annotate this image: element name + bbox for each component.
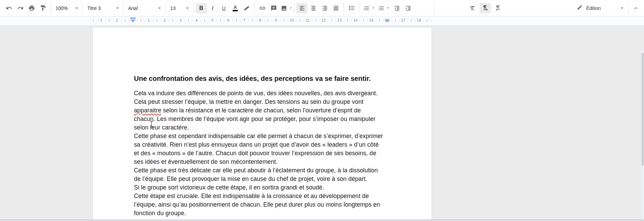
font-select[interactable]: Arial bbox=[126, 3, 163, 13]
align-left-icon bbox=[299, 5, 305, 11]
left-indent-marker[interactable] bbox=[130, 20, 136, 23]
ruler-tick bbox=[304, 21, 305, 21]
align-justify-button[interactable] bbox=[330, 3, 342, 13]
ruler-tick bbox=[312, 21, 312, 21]
highlight-color-button[interactable] bbox=[241, 3, 252, 13]
ruler-tick bbox=[145, 21, 146, 21]
ruler-tick bbox=[332, 19, 332, 22]
clear-formatting-button[interactable] bbox=[467, 3, 478, 13]
ruler-tick bbox=[351, 21, 352, 21]
text-direction-ltr-icon bbox=[482, 5, 488, 11]
text-line: apparaitre selon la résistance et le car… bbox=[134, 107, 361, 114]
ruler-tick bbox=[399, 21, 400, 21]
bulleted-list-icon bbox=[378, 5, 384, 11]
ruler-number: 3 bbox=[179, 18, 182, 22]
ruler-tick bbox=[431, 21, 432, 21]
ruler-number: 5 bbox=[211, 18, 213, 22]
line-spacing-button[interactable] bbox=[346, 3, 357, 13]
mode-chevron-icon bbox=[621, 8, 623, 9]
google-docs-window: { "toolbar": { "zoom_value": "100%", "st… bbox=[0, 0, 644, 221]
ruler-tick bbox=[177, 21, 177, 21]
font-value: Arial bbox=[128, 5, 138, 11]
undo-button[interactable] bbox=[3, 3, 15, 13]
ruler-tick bbox=[248, 21, 249, 21]
style-select[interactable]: Titre 3 bbox=[85, 3, 121, 13]
font-size-select[interactable]: 13 bbox=[168, 3, 191, 13]
bulleted-list-button[interactable] bbox=[376, 3, 386, 13]
text-color-button[interactable]: A bbox=[230, 3, 241, 13]
ruler-tick bbox=[208, 21, 209, 21]
align-left-button[interactable] bbox=[296, 3, 308, 13]
text-cursor-ibeam-icon bbox=[149, 121, 154, 129]
decrease-indent-button[interactable] bbox=[391, 3, 402, 13]
toolbar-separator bbox=[294, 2, 294, 14]
edit-pencil-icon bbox=[577, 4, 583, 12]
text-line: de l’équipe. Elle peut provoquer la mise… bbox=[134, 175, 367, 183]
toolbar-separator bbox=[344, 2, 344, 14]
decrease-indent-icon bbox=[394, 5, 400, 11]
ruler-tick bbox=[280, 21, 281, 21]
italic-button[interactable]: I bbox=[207, 3, 218, 13]
ruler-number: 2 bbox=[116, 18, 118, 22]
ruler-number: 9 bbox=[275, 18, 277, 22]
scrollbar-thumb[interactable] bbox=[642, 53, 644, 166]
ruler-tick bbox=[188, 19, 189, 22]
ruler-tick bbox=[415, 21, 416, 21]
underline-button[interactable]: U bbox=[218, 3, 230, 13]
align-justify-icon bbox=[333, 5, 339, 11]
bulleted-list-chevron-icon[interactable] bbox=[387, 8, 389, 9]
redo-button[interactable] bbox=[15, 3, 26, 13]
ruler-tick bbox=[423, 21, 424, 21]
add-comment-button[interactable] bbox=[268, 3, 279, 13]
mode-button[interactable]: Édition bbox=[573, 3, 627, 13]
ruler-tick bbox=[383, 21, 384, 21]
collapse-toolbar-button[interactable] bbox=[630, 3, 641, 13]
ruler-tick bbox=[200, 21, 201, 21]
ruler-number: 1 bbox=[148, 18, 150, 22]
text-direction-rtl-button[interactable] bbox=[492, 3, 504, 13]
align-right-button[interactable] bbox=[319, 3, 330, 13]
right-indent-marker[interactable] bbox=[384, 20, 390, 23]
zoom-select[interactable]: 100% bbox=[53, 3, 80, 13]
ruler-tick bbox=[264, 21, 265, 21]
paint-format-button[interactable] bbox=[37, 3, 49, 13]
ruler-tick bbox=[161, 21, 161, 21]
text-line: Cette phase est très délicate car elle p… bbox=[134, 167, 378, 174]
first-line-indent-marker[interactable] bbox=[130, 17, 136, 19]
text-line: Cette étape est cruciale. Elle est indis… bbox=[134, 193, 369, 200]
ruler-number: 15 bbox=[369, 18, 373, 22]
misspelled-word[interactable]: apparaitre bbox=[134, 107, 161, 114]
ruler-tick bbox=[216, 21, 217, 21]
numbered-list-button[interactable] bbox=[362, 3, 371, 13]
text-line: Si le groupe sort victorieux de cette ét… bbox=[134, 184, 324, 191]
image-options-chevron-icon[interactable] bbox=[290, 8, 292, 9]
ruler-number: 4 bbox=[196, 18, 198, 22]
add-comment-icon bbox=[271, 5, 277, 11]
ruler-tick bbox=[320, 21, 320, 21]
text-direction-rtl-icon bbox=[495, 5, 501, 11]
chevron-down-icon bbox=[158, 8, 161, 9]
bold-icon: B bbox=[199, 5, 203, 11]
ruler-tick bbox=[284, 19, 284, 22]
vertical-scrollbar[interactable] bbox=[641, 51, 644, 221]
print-button[interactable] bbox=[26, 3, 37, 13]
text-line: sa créativité. Rien n’est plus ennuyeux … bbox=[134, 141, 379, 148]
insert-image-button[interactable] bbox=[279, 3, 289, 13]
bold-button[interactable]: B bbox=[196, 3, 207, 13]
numbered-list-chevron-icon[interactable] bbox=[372, 8, 374, 9]
ruler-number: 11 bbox=[306, 18, 310, 22]
align-right-icon bbox=[322, 5, 328, 11]
document-page[interactable]: Une confrontation des avis, des idées, d… bbox=[92, 27, 432, 220]
ruler-tick bbox=[336, 21, 336, 21]
text-direction-ltr-button[interactable] bbox=[480, 3, 491, 13]
toolbar-separator bbox=[254, 2, 255, 14]
toolbar-separator bbox=[123, 2, 124, 14]
ruler-tick bbox=[427, 19, 427, 22]
ruler-tick bbox=[220, 19, 221, 22]
align-center-button[interactable] bbox=[308, 3, 319, 13]
insert-link-button[interactable] bbox=[257, 3, 268, 13]
paint-format-icon bbox=[40, 5, 46, 11]
ruler-tick bbox=[327, 21, 328, 21]
text-line: Cette phase est cependant indispensable … bbox=[134, 133, 383, 140]
increase-indent-button[interactable] bbox=[402, 3, 414, 13]
